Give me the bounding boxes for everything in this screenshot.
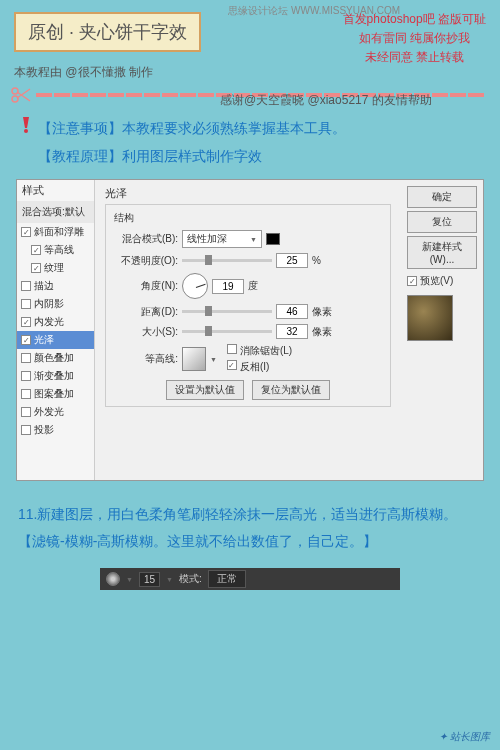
checkbox-icon[interactable]: ✓ (21, 335, 31, 345)
page-title: 原创 · 夹心饼干字效 (14, 12, 201, 52)
angle-row: 角度(N): 度 (114, 273, 382, 299)
svg-point-0 (12, 88, 18, 94)
layer-style-dialog: 样式 混合选项:默认 ✓斜面和浮雕 ✓等高线 ✓纹理 描边 内阴影 ✓内发光 ✓… (16, 179, 484, 481)
panel-title: 光泽 (105, 186, 391, 201)
size-slider[interactable] (182, 330, 272, 333)
style-color-overlay[interactable]: 颜色叠加 (17, 349, 94, 367)
size-row: 大小(S): 像素 (114, 324, 382, 339)
chevron-down-icon: ▼ (250, 236, 257, 243)
satin-settings-panel: 光泽 结构 混合模式(B): 线性加深▼ 不透明度(O): % 角度(N): 度 (95, 180, 401, 480)
styles-header: 样式 (17, 180, 94, 201)
reset-default-button[interactable]: 复位为默认值 (252, 380, 330, 400)
contour-picker[interactable] (182, 347, 206, 371)
opacity-label: 不透明度(O): (114, 254, 178, 268)
thanks-text: 感谢@天空霞晓 @xiao5217 的友情帮助 (220, 92, 432, 109)
cancel-button[interactable]: 复位 (407, 211, 477, 233)
structure-fieldset: 结构 混合模式(B): 线性加深▼ 不透明度(O): % 角度(N): 度 距离… (105, 204, 391, 407)
checkbox-icon[interactable] (21, 281, 31, 291)
size-input[interactable] (276, 324, 308, 339)
checkbox-icon[interactable] (21, 353, 31, 363)
invert-checkbox[interactable]: ✓ (227, 360, 237, 370)
mode-label: 模式: (179, 572, 202, 586)
mode-select[interactable]: 正常 (208, 570, 246, 588)
blend-mode-row: 混合模式(B): 线性加深▼ (114, 230, 382, 248)
angle-unit: 度 (248, 279, 258, 293)
svg-point-2 (24, 129, 28, 133)
new-style-button[interactable]: 新建样式(W)... (407, 236, 477, 269)
opacity-input[interactable] (276, 253, 308, 268)
antialias-label: 消除锯齿(L) (240, 344, 292, 358)
footer-logo: ✦ 站长图库 (439, 730, 490, 744)
brush-preview-icon[interactable] (106, 572, 120, 586)
notes-section: 【注意事项】本教程要求必须熟练掌握基本工具。 【教程原理】利用图层样式制作字效 (0, 105, 500, 175)
set-default-button[interactable]: 设置为默认值 (166, 380, 244, 400)
style-stroke[interactable]: 描边 (17, 277, 94, 295)
scissors-icon (10, 87, 34, 103)
size-unit: 像素 (312, 325, 332, 339)
note-principle: 【教程原理】利用图层样式制作字效 (38, 148, 262, 164)
checkbox-icon[interactable]: ✓ (31, 245, 41, 255)
ok-button[interactable]: 确定 (407, 186, 477, 208)
preview-label: 预览(V) (420, 274, 453, 288)
angle-dial[interactable] (182, 273, 208, 299)
opacity-unit: % (312, 255, 321, 266)
distance-label: 距离(D): (114, 305, 178, 319)
style-list-panel: 样式 混合选项:默认 ✓斜面和浮雕 ✓等高线 ✓纹理 描边 内阴影 ✓内发光 ✓… (17, 180, 95, 480)
angle-label: 角度(N): (114, 279, 178, 293)
checkbox-icon[interactable] (21, 389, 31, 399)
blend-mode-select[interactable]: 线性加深▼ (182, 230, 262, 248)
copyright-notice: 首发photoshop吧 盗版可耻 如有雷同 纯属你抄我 未经同意 禁止转载 (343, 10, 486, 68)
preview-toggle[interactable]: ✓预览(V) (407, 274, 477, 288)
style-bevel[interactable]: ✓斜面和浮雕 (17, 223, 94, 241)
step-instruction: 11.新建图层，用白色柔角笔刷轻轻涂抹一层高光，适当进行高斯模糊。【滤镜-模糊-… (0, 485, 500, 562)
style-texture[interactable]: ✓纹理 (17, 259, 94, 277)
style-pattern-overlay[interactable]: 图案叠加 (17, 385, 94, 403)
contour-row: 等高线: ▼ 消除锯齿(L) ✓反相(I) (114, 344, 382, 374)
style-inner-shadow[interactable]: 内阴影 (17, 295, 94, 313)
blend-mode-label: 混合模式(B): (114, 232, 178, 246)
distance-input[interactable] (276, 304, 308, 319)
distance-row: 距离(D): 像素 (114, 304, 382, 319)
brush-size-input[interactable]: 15 (139, 572, 160, 587)
style-outer-glow[interactable]: 外发光 (17, 403, 94, 421)
opacity-slider[interactable] (182, 259, 272, 262)
antialias-checkbox[interactable] (227, 344, 237, 354)
exclamation-icon (18, 116, 38, 143)
distance-slider[interactable] (182, 310, 272, 313)
opacity-row: 不透明度(O): % (114, 253, 382, 268)
style-drop-shadow[interactable]: 投影 (17, 421, 94, 439)
invert-label: 反相(I) (240, 360, 269, 374)
color-swatch[interactable] (266, 233, 280, 245)
brush-options-bar: ▼ 15 ▼ 模式: 正常 (100, 568, 400, 590)
chevron-down-icon[interactable]: ▼ (126, 576, 133, 583)
default-buttons-row: 设置为默认值 复位为默认值 (114, 380, 382, 400)
size-label: 大小(S): (114, 325, 178, 339)
blend-options-default[interactable]: 混合选项:默认 (17, 201, 94, 223)
copyright-line1: 首发photoshop吧 盗版可耻 (343, 10, 486, 29)
checkbox-icon[interactable]: ✓ (31, 263, 41, 273)
copyright-line3: 未经同意 禁止转载 (343, 48, 486, 67)
preview-swatch (407, 295, 453, 341)
checkbox-icon[interactable] (21, 425, 31, 435)
chevron-down-icon[interactable]: ▼ (210, 356, 217, 363)
checkbox-icon[interactable]: ✓ (21, 317, 31, 327)
preview-checkbox[interactable]: ✓ (407, 276, 417, 286)
note-attention: 【注意事项】本教程要求必须熟练掌握基本工具。 (38, 120, 346, 136)
contour-label: 等高线: (114, 352, 178, 366)
angle-input[interactable] (212, 279, 244, 294)
checkbox-icon[interactable] (21, 299, 31, 309)
svg-point-1 (12, 96, 18, 102)
checkbox-icon[interactable] (21, 407, 31, 417)
style-satin[interactable]: ✓光泽 (17, 331, 94, 349)
checkbox-icon[interactable] (21, 371, 31, 381)
dialog-right-panel: 确定 复位 新建样式(W)... ✓预览(V) (401, 180, 483, 480)
copyright-line2: 如有雷同 纯属你抄我 (343, 29, 486, 48)
style-contour[interactable]: ✓等高线 (17, 241, 94, 259)
style-inner-glow[interactable]: ✓内发光 (17, 313, 94, 331)
style-gradient-overlay[interactable]: 渐变叠加 (17, 367, 94, 385)
distance-unit: 像素 (312, 305, 332, 319)
structure-label: 结构 (114, 211, 382, 225)
checkbox-icon[interactable]: ✓ (21, 227, 31, 237)
chevron-down-icon[interactable]: ▼ (166, 576, 173, 583)
